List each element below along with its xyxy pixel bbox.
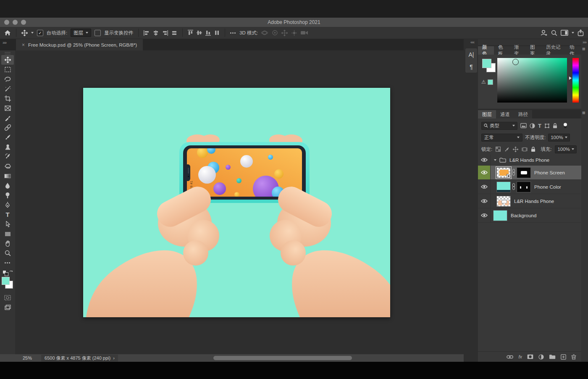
document-info[interactable]: 6500 像素 x 4875 像素 (240 ppi) › [41,355,118,361]
lock-all-icon[interactable] [531,147,536,152]
add-layer-mask-icon[interactable] [527,354,533,359]
lock-position-icon[interactable] [513,147,518,152]
pen-tool[interactable] [1,200,14,210]
mask-link-icon[interactable] [512,183,515,191]
layer-name[interactable]: L&R Hands Phone [514,199,554,204]
share-for-review-icon[interactable] [541,29,548,36]
character-panel-icon[interactable]: A| [465,48,477,61]
saturation-brightness-field[interactable] [497,58,567,103]
filter-adjustment-layers-icon[interactable] [530,123,535,129]
default-swap-colors-icon[interactable] [2,270,13,275]
tab-layers[interactable]: 图层 [478,110,496,118]
zoom-level[interactable]: 25% [23,355,32,361]
color-fill-thumbnail[interactable] [496,182,511,192]
color-panel-menu-icon[interactable]: ≡ [582,46,585,52]
smart-object-thumbnail[interactable] [496,167,511,178]
layer-row-phone-color[interactable]: Phone Color [478,180,581,194]
align-horizontal-centers-icon[interactable] [153,30,159,36]
gamut-warning[interactable]: ⚠ [481,79,493,85]
workspace-chevron-icon[interactable] [572,32,574,34]
visibility-toggle[interactable] [478,166,491,179]
layer-style-icon[interactable]: fx [518,354,522,359]
layer-mask-thumbnail[interactable] [517,182,531,192]
magic-wand-tool[interactable] [1,84,14,94]
visibility-toggle[interactable] [478,208,491,222]
auto-select-checkbox[interactable]: ✓ [37,30,43,36]
workspace-switcher-icon[interactable] [561,30,568,36]
move-tool-icon[interactable] [21,30,28,36]
document-canvas[interactable]: 09:41 [83,88,390,317]
mask-link-icon[interactable] [512,169,515,176]
tab-swatches[interactable]: 色板 [494,46,510,55]
filter-toggle[interactable] [563,123,568,129]
new-group-icon[interactable] [549,354,556,359]
opacity-dropdown[interactable]: 100% [548,134,570,142]
align-left-edges-icon[interactable] [144,30,150,36]
link-layers-icon[interactable] [507,355,513,359]
distribute-horizontal-icon[interactable] [171,30,177,36]
dodge-tool[interactable] [1,190,14,200]
layer-name[interactable]: Phone Screen [534,170,565,175]
share-export-icon[interactable] [578,29,584,36]
delete-layer-icon[interactable] [571,354,576,360]
visibility-toggle[interactable] [478,180,491,194]
document-tab[interactable]: × Free Mockup.psd @ 25% (Phone Screen, R… [16,39,143,50]
canvas-pasteboard[interactable]: 09:41 [15,50,464,354]
hand-tool[interactable] [1,239,14,248]
layer-name[interactable]: Phone Color [534,184,561,190]
tab-paths[interactable]: 路径 [514,110,532,118]
layer-row-group[interactable]: L&R Hands Phone [478,155,581,166]
show-transform-controls-checkbox[interactable] [94,30,101,36]
layer-name[interactable]: Background [511,213,536,218]
more-align-options-icon[interactable] [230,32,236,34]
visibility-toggle[interactable] [478,194,491,208]
foreground-swatch[interactable] [482,59,491,68]
align-bottom-edges-icon[interactable] [205,30,211,36]
filter-kind-dropdown[interactable]: 类型 [481,122,517,130]
tab-channels[interactable]: 通道 [496,110,514,118]
layer-mask-thumbnail[interactable] [517,167,531,178]
horizontal-scrollbar-thumb[interactable] [213,356,352,360]
distribute-vertical-icon[interactable] [214,30,220,36]
gamut-color-swatch[interactable] [488,79,493,85]
color-picker-cursor[interactable] [512,59,519,65]
auto-select-target-dropdown[interactable]: 图层 [71,29,91,37]
lock-artboard-icon[interactable] [522,147,528,152]
search-icon[interactable] [551,30,557,36]
paragraph-panel-icon[interactable]: ¶ [465,61,477,73]
filter-pixel-layers-icon[interactable] [520,123,527,128]
history-brush-tool[interactable] [1,152,14,161]
tab-patterns[interactable]: 图案 [526,46,542,55]
layer-row-phone-screen[interactable]: Phone Screen [478,166,581,180]
color-panel-swatches[interactable] [482,59,496,73]
hue-slider-arrow-icon[interactable] [569,76,572,80]
layer-row-hands[interactable]: L&R Hands Phone [478,194,581,208]
filter-shape-layers-icon[interactable] [544,123,550,129]
collapse-panels-icon[interactable]: »» [583,40,586,45]
toolbar-collapse-icon[interactable]: »» [3,40,6,45]
tab-actions[interactable]: 动作 [565,46,581,55]
align-top-edges-icon[interactable] [188,30,193,36]
tab-history[interactable]: 历史记录 [542,46,565,55]
edit-toolbar-icon[interactable] [1,258,14,268]
path-selection-tool[interactable] [1,219,14,229]
layer-row-background[interactable]: Background [478,208,581,223]
blend-mode-dropdown[interactable]: 正常 [481,134,522,142]
screen-mode-icon[interactable] [1,303,14,312]
new-layer-icon[interactable] [561,354,566,360]
shape-tool[interactable] [1,229,14,239]
layer-name[interactable]: L&R Hands Phone [509,158,549,163]
fill-dropdown[interactable]: 100% [555,145,577,153]
layers-panel-menu-icon[interactable]: ≡ [582,110,585,116]
toolbar-grip[interactable] [5,52,10,54]
collapse-character-rail-icon[interactable]: «« [470,40,474,45]
lock-transparent-pixels-icon[interactable] [496,147,501,152]
type-tool[interactable]: T [1,210,14,219]
home-icon[interactable] [4,30,11,36]
foreground-color-swatch[interactable] [2,277,10,285]
move-tool[interactable] [1,55,14,65]
adjustment-layer-icon[interactable] [538,354,544,360]
quick-mask-mode-icon[interactable] [1,293,14,303]
eyedropper-tool[interactable] [1,113,14,123]
layer-thumbnail[interactable] [493,210,507,221]
